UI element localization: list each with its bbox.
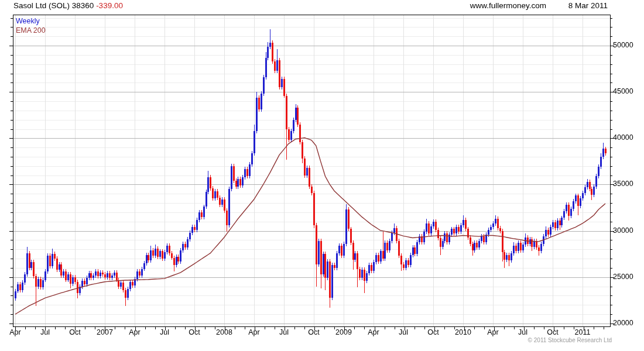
x-axis-label: 2007 [97, 328, 113, 336]
x-axis-label: Apr [487, 328, 498, 336]
last-price: 38360 [72, 1, 94, 10]
legend-weekly: Weekly [16, 16, 46, 26]
x-axis-label: Apr [129, 328, 140, 336]
price-chart-canvas [0, 0, 644, 351]
chart-title: Sasol Ltd (SOL) 38360 -339.00 [13, 1, 123, 10]
x-axis-label: Oct [547, 328, 558, 336]
y-axis-label: 50000 [613, 41, 633, 49]
x-axis-label: Oct [189, 328, 200, 336]
price-change: -339.00 [96, 1, 123, 10]
y-axis-label: 30000 [613, 226, 633, 235]
stock-chart-page: { "header": { "instrument": "Sasol Ltd (… [0, 0, 644, 351]
x-axis-label: Oct [308, 328, 319, 336]
x-axis-label: 2008 [216, 328, 232, 336]
copyright-notice: © 2011 Stockcube Research Ltd [528, 337, 612, 343]
x-axis-label: Apr [368, 328, 379, 336]
y-axis-label: 40000 [613, 133, 633, 142]
y-axis-label: 45000 [613, 87, 633, 95]
legend: Weekly EMA 200 [16, 16, 46, 35]
instrument-name: Sasol Ltd (SOL) [13, 1, 70, 10]
y-axis-label: 25000 [613, 273, 633, 281]
x-axis-label: 2011 [575, 328, 591, 336]
x-axis-label: 2010 [455, 328, 471, 336]
x-axis-label: Oct [69, 328, 80, 336]
x-axis-label: Apr [248, 328, 259, 336]
x-axis-label: 2009 [335, 328, 352, 336]
x-axis-label: Jul [160, 328, 169, 336]
x-axis-label: Jul [518, 328, 527, 336]
x-axis-label: Apr [9, 328, 20, 336]
x-axis-label: Jul [399, 328, 408, 336]
chart-date: 8 Mar 2011 [568, 1, 608, 10]
legend-ema-200: EMA 200 [16, 26, 46, 35]
x-axis-label: Jul [279, 328, 289, 336]
site-url: www.fullermoney.com [470, 1, 546, 10]
x-axis-label: Oct [427, 328, 439, 336]
y-axis-label: 20000 [613, 319, 633, 327]
x-axis-label: Jul [40, 328, 50, 336]
y-axis-label: 35000 [613, 180, 633, 188]
